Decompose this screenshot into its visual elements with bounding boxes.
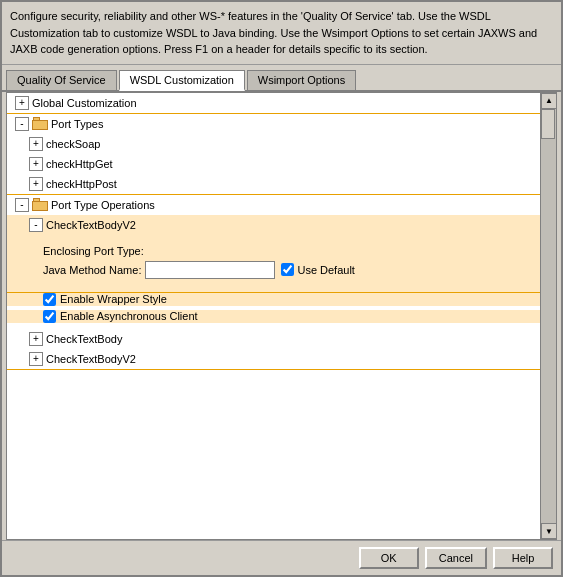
label-checktextbodyv2-selected: CheckTextBodyV2 <box>46 219 136 231</box>
node-port-types[interactable]: - Port Types <box>7 114 540 134</box>
scroll-down-button[interactable]: ▼ <box>541 523 557 539</box>
enable-wrapper-row: Enable Wrapper Style <box>7 293 540 306</box>
expand-icon-checktextbody[interactable]: + <box>29 332 43 346</box>
enable-async-label: Enable Asynchronous Client <box>60 310 198 322</box>
node-checkhttpget[interactable]: + checkHttpGet <box>7 154 540 174</box>
java-method-input[interactable] <box>145 261 275 279</box>
vertical-scrollbar: ▲ ▼ <box>540 93 556 540</box>
node-checkhttppost[interactable]: + checkHttpPost <box>7 174 540 194</box>
cancel-button[interactable]: Cancel <box>425 547 487 569</box>
section-port-type-operations: - Port Type Operations - CheckTextBodyV2… <box>7 195 540 370</box>
expand-icon-port-types[interactable]: - <box>15 117 29 131</box>
enclosing-port-type-label: Enclosing Port Type: <box>43 245 144 257</box>
tree-panel: + Global Customization - Port Types + ch… <box>7 93 540 540</box>
enable-wrapper-checkbox[interactable] <box>43 293 56 306</box>
scroll-thumb[interactable] <box>541 109 555 139</box>
label-checkhttpget: checkHttpGet <box>46 158 113 170</box>
tab-wsdl-customization[interactable]: WSDL Customization <box>119 70 245 91</box>
label-checkhttppost: checkHttpPost <box>46 178 117 190</box>
expand-icon-checksoap[interactable]: + <box>29 137 43 151</box>
scroll-track[interactable] <box>541 109 556 524</box>
description-text: Configure security, reliability and othe… <box>2 2 561 65</box>
expand-icon-port-type-ops[interactable]: - <box>15 198 29 212</box>
help-button[interactable]: Help <box>493 547 553 569</box>
ok-button[interactable]: OK <box>359 547 419 569</box>
tab-wsimport-options[interactable]: Wsimport Options <box>247 70 356 91</box>
use-default-span: Use Default <box>281 263 358 276</box>
label-checktextbodyv2-2: CheckTextBodyV2 <box>46 353 136 365</box>
enable-async-row: Enable Asynchronous Client <box>7 310 540 323</box>
node-global-customization[interactable]: + Global Customization <box>7 93 540 113</box>
node-checksoap[interactable]: + checkSoap <box>7 134 540 154</box>
enable-async-checkbox[interactable] <box>43 310 56 323</box>
tab-qos[interactable]: Quality Of Service <box>6 70 117 91</box>
expand-icon-checktextbodyv2[interactable]: - <box>29 218 43 232</box>
label-port-types: Port Types <box>51 118 103 130</box>
label-port-type-operations: Port Type Operations <box>51 199 155 211</box>
java-method-row: Java Method Name: Use Default <box>43 261 528 279</box>
detail-panel-checktextbodyv2: Enclosing Port Type: Java Method Name: U… <box>7 235 540 293</box>
node-port-type-operations[interactable]: - Port Type Operations <box>7 195 540 215</box>
node-checktextbodyv2-selected[interactable]: - CheckTextBodyV2 <box>7 215 540 235</box>
section-port-types: - Port Types + checkSoap + checkHttpGet <box>7 114 540 195</box>
content-area: + Global Customization - Port Types + ch… <box>6 92 557 541</box>
use-default-checkbox[interactable] <box>281 263 294 276</box>
node-checktextbody[interactable]: + CheckTextBody <box>7 329 540 349</box>
footer: OK Cancel Help <box>2 540 561 575</box>
enable-wrapper-label: Enable Wrapper Style <box>60 293 167 305</box>
dialog-container: Configure security, reliability and othe… <box>0 0 563 577</box>
expand-icon-checkhttppost[interactable]: + <box>29 177 43 191</box>
node-checktextbodyv2-2[interactable]: + CheckTextBodyV2 <box>7 349 540 369</box>
java-method-label: Java Method Name: <box>43 264 141 276</box>
section-global-customization: + Global Customization <box>7 93 540 114</box>
expand-icon-global[interactable]: + <box>15 96 29 110</box>
scroll-up-button[interactable]: ▲ <box>541 93 557 109</box>
tabs-bar: Quality Of Service WSDL Customization Ws… <box>2 65 561 92</box>
enclosing-port-type-row: Enclosing Port Type: <box>43 241 528 261</box>
expand-icon-checktextbodyv2-2[interactable]: + <box>29 352 43 366</box>
use-default-label-text: Use Default <box>297 264 354 276</box>
label-global-customization: Global Customization <box>32 97 137 109</box>
expand-icon-checkhttpget[interactable]: + <box>29 157 43 171</box>
label-checktextbody: CheckTextBody <box>46 333 122 345</box>
label-checksoap: checkSoap <box>46 138 100 150</box>
